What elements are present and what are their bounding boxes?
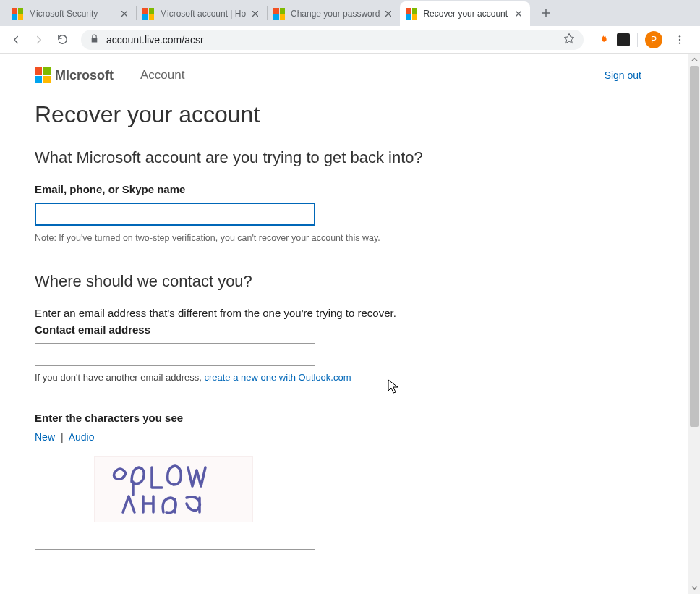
tab-close-icon[interactable] (119, 8, 130, 20)
captcha-controls: New | Audio (35, 431, 653, 443)
contact-subtext: Enter an email address that's different … (35, 307, 653, 319)
field-label-contact: Contact email address (35, 323, 653, 336)
create-outlook-link[interactable]: create a new one with Outlook.com (204, 372, 351, 383)
bookmark-star-icon[interactable] (563, 33, 575, 46)
contact-hint: If you don't have another email address,… (35, 372, 653, 383)
tab-close-icon[interactable] (249, 8, 261, 20)
contact-email-input[interactable] (35, 343, 315, 366)
tab-title: Change your password (291, 9, 380, 19)
site-header: Microsoft Account Sign out (0, 54, 688, 90)
svg-point-14 (679, 35, 680, 37)
divider (127, 67, 127, 84)
brand-text: Microsoft (55, 68, 114, 83)
tab-title: Microsoft Security (29, 9, 116, 19)
separator (637, 33, 638, 47)
account-input[interactable] (35, 203, 315, 226)
captcha-input[interactable] (35, 527, 315, 550)
address-bar[interactable]: account.live.com/acsr (81, 30, 584, 50)
field-label-account: Email, phone, or Skype name (35, 183, 653, 195)
tab-recover-account[interactable]: Recover your account (400, 1, 530, 26)
page-viewport: Microsoft Account Sign out Recover your … (0, 54, 700, 594)
header-section: Account (140, 68, 184, 82)
reload-button[interactable] (52, 30, 72, 50)
tab-change-password[interactable]: Change your password (268, 1, 400, 26)
kebab-menu-button[interactable] (670, 30, 690, 50)
tab-title: Recover your account (423, 9, 510, 19)
ms-logo-icon (273, 8, 285, 20)
extensions-area: P (592, 30, 694, 50)
microsoft-logo[interactable]: Microsoft (35, 67, 114, 83)
section-identify-account: What Microsoft account are you trying to… (35, 148, 653, 243)
address-bar-url: account.live.com/acsr (106, 34, 563, 46)
tab-microsoft-security[interactable]: Microsoft Security (6, 1, 136, 26)
captcha-image (94, 456, 253, 522)
tab-close-icon[interactable] (383, 8, 394, 20)
main-content: Recover your account What Microsoft acco… (0, 90, 688, 561)
browser-toolbar: account.live.com/acsr P (0, 26, 700, 54)
tab-strip: Microsoft Security Microsoft account | H… (0, 0, 700, 26)
ms-logo-icon (142, 8, 154, 20)
captcha-new-link[interactable]: New (35, 431, 55, 443)
forward-button[interactable] (29, 30, 49, 50)
account-hint: Note: If you've turned on two-step verif… (35, 233, 653, 243)
question-2: Where should we contact you? (35, 272, 653, 291)
svg-point-16 (679, 42, 680, 43)
separator: | (61, 431, 64, 443)
profile-avatar[interactable]: P (645, 31, 662, 48)
extension-flame-icon[interactable] (597, 33, 610, 46)
lock-icon (90, 34, 99, 46)
tab-close-icon[interactable] (513, 8, 524, 20)
back-button[interactable] (6, 30, 26, 50)
ms-logo-icon (406, 8, 417, 20)
vertical-scrollbar[interactable] (688, 54, 700, 594)
hint-text: If you don't have another email address, (35, 372, 204, 383)
section-captcha: Enter the characters you see New | Audio (35, 412, 653, 550)
section-contact: Where should we contact you? Enter an em… (35, 272, 653, 383)
scroll-track[interactable] (688, 66, 700, 582)
scroll-thumb[interactable] (690, 66, 699, 427)
sign-out-link[interactable]: Sign out (605, 69, 641, 81)
captcha-label: Enter the characters you see (35, 412, 653, 424)
page-title: Recover your account (35, 101, 653, 128)
tab-title: Microsoft account | Ho (160, 9, 247, 19)
scroll-up-button[interactable] (688, 54, 700, 66)
tab-microsoft-account-home[interactable]: Microsoft account | Ho (137, 1, 267, 26)
captcha-audio-link[interactable]: Audio (69, 431, 95, 443)
svg-point-15 (679, 38, 680, 40)
ms-logo-icon (35, 67, 51, 83)
extension-rect-icon[interactable] (617, 33, 630, 46)
scroll-down-button[interactable] (688, 582, 700, 594)
question-1: What Microsoft account are you trying to… (35, 148, 653, 167)
ms-logo-icon (12, 8, 23, 20)
new-tab-button[interactable] (536, 3, 556, 23)
